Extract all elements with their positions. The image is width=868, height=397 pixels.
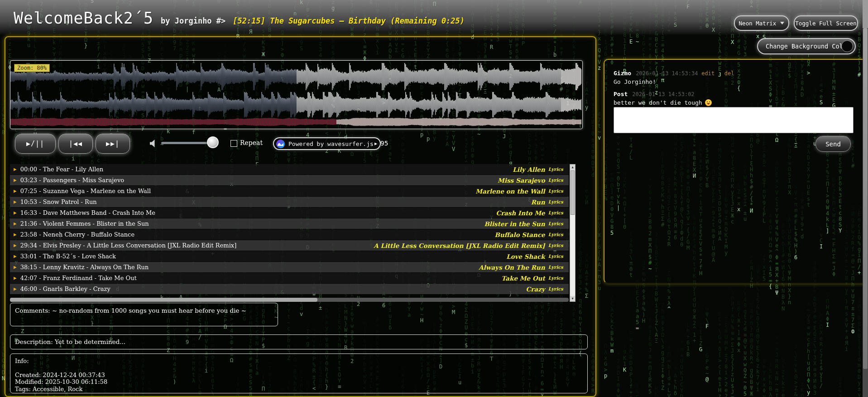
lyrics-link[interactable]: Lyrics	[548, 210, 563, 215]
description-box: Description: Yet to be determined...	[10, 334, 588, 349]
lyrics-link[interactable]: Lyrics	[548, 254, 563, 259]
play-count-value: 95	[380, 140, 388, 147]
playlist-horizontal-scrollbar[interactable]	[10, 298, 569, 302]
track-play-icon[interactable]: ▶	[14, 188, 17, 194]
playlist-row[interactable]: ▶46:00 - Gnarls Barkley - CrazyCrazyLyri…	[10, 284, 569, 294]
lyrics-link[interactable]: Lyrics	[548, 221, 563, 226]
wavesurfer-logo-icon	[276, 140, 285, 148]
next-track-button[interactable]: ▶▶|	[96, 134, 130, 154]
track-entry: 46:00 - Gnarls Barkley - Crazy	[20, 286, 110, 292]
track-play-icon[interactable]: ▶	[14, 253, 17, 259]
playlist-row[interactable]: ▶07:25 - Suzanne Vega - Marlene on the W…	[10, 186, 569, 196]
previous-track-button[interactable]: |◀◀	[58, 134, 93, 154]
track-title-link[interactable]: Love Shack	[506, 253, 545, 260]
playlist-row[interactable]: ▶42:07 - Franz Ferdinand - Take Me OutTa…	[10, 273, 569, 283]
chat-messages: Gizmo2026-01-13 14:53:34 edit . delGo Jo…	[614, 64, 860, 106]
volume-icon[interactable]	[149, 140, 158, 147]
info-heading: Info:	[15, 358, 583, 365]
track-play-icon[interactable]: ▶	[14, 286, 17, 292]
track-play-icon[interactable]: ▶	[14, 199, 17, 205]
track-title-link[interactable]: Miss Sarajevo	[498, 177, 545, 184]
track-entry: 03:23 - Passengers - Miss Sarajevo	[20, 177, 124, 184]
track-play-icon[interactable]: ▶	[14, 177, 17, 183]
lyrics-link[interactable]: Lyrics	[548, 199, 563, 204]
track-entry: 42:07 - Franz Ferdinand - Take Me Out	[20, 275, 137, 281]
track-play-icon[interactable]: ▶	[14, 232, 17, 237]
track-play-icon[interactable]: ▶	[14, 166, 17, 172]
scroll-down-arrow[interactable]: ▼	[570, 296, 575, 301]
track-title-link[interactable]: Take Me Out	[502, 275, 545, 282]
track-title-link[interactable]: Always On The Run	[479, 264, 545, 271]
repeat-label: Repeat	[240, 139, 263, 146]
track-title-link[interactable]: Run	[531, 198, 545, 206]
lyrics-link[interactable]: Lyrics	[548, 286, 563, 291]
repeat-checkbox[interactable]	[230, 140, 237, 147]
app-byline: by Jorginho #>	[161, 16, 225, 25]
page-scrollbar-thumb[interactable]	[863, 28, 868, 369]
app-title: WelcomeBack2´5	[14, 9, 153, 27]
scroll-up-arrow[interactable]: ▲	[570, 165, 575, 170]
chat-message-meta: Post2026-01-13 14:53:02	[614, 91, 860, 97]
track-title-link[interactable]: Marlene on the Wall	[475, 188, 545, 195]
lyrics-link[interactable]: Lyrics	[548, 276, 563, 281]
playlist-row[interactable]: ▶38:15 - Lenny Kravitz - Always On The R…	[10, 262, 569, 272]
track-title-link[interactable]: A Little Less Conversation [JXL Radio Ed…	[374, 242, 545, 249]
now-playing-text: [52:15] The Sugarcubes – Birthday (Remai…	[233, 16, 465, 25]
toggle-fullscreen-button[interactable]: Toggle Full Screen	[794, 15, 858, 31]
track-entry: 21:36 - Violent Femmes - Blister in the …	[20, 220, 149, 227]
lyrics-link[interactable]: Lyrics	[548, 178, 563, 183]
chat-message-meta: Gizmo2026-01-13 14:53:34 edit . del	[614, 70, 860, 77]
lyrics-link[interactable]: Lyrics	[548, 167, 563, 172]
lyrics-link[interactable]: Lyrics	[548, 265, 563, 270]
playlist-hscrollbar-thumb[interactable]	[10, 298, 317, 302]
play-count-icon: ▶	[374, 141, 377, 146]
wavesurfer-credit-label: Powered by wavesurfer.js	[288, 140, 374, 147]
info-tags: Tags: Accessible, Rock	[15, 386, 583, 393]
play-pause-button[interactable]: ▶/||	[15, 134, 56, 154]
theme-select[interactable]: Neon Matrix	[734, 15, 789, 31]
playlist-row[interactable]: ▶00:00 - The Fear - Lily AllenLily Allen…	[10, 164, 569, 174]
track-entry: 10:53 - Snow Patrol - Run	[20, 198, 97, 205]
track-entry: 00:00 - The Fear - Lily Allen	[20, 166, 104, 173]
track-play-icon[interactable]: ▶	[14, 275, 17, 281]
track-title-link[interactable]: Buffalo Stance	[494, 231, 545, 238]
playlist-row[interactable]: ▶23:58 - Neneh Cherry - Buffalo StanceBu…	[10, 229, 569, 240]
track-play-icon[interactable]: ▶	[14, 242, 17, 248]
track-play-icon[interactable]: ▶	[14, 221, 17, 227]
playlist-row[interactable]: ▶33:01 - The B-52´s - Love ShackLove Sha…	[10, 251, 569, 261]
change-background-color-button[interactable]: Change Background Color	[757, 38, 856, 54]
chat-edit-link[interactable]: edit	[701, 70, 715, 77]
lyrics-link[interactable]: Lyrics	[548, 232, 563, 237]
send-button[interactable]: Send	[815, 136, 851, 152]
track-title-link[interactable]: Lily Allen	[513, 166, 545, 173]
track-play-icon[interactable]: ▶	[14, 210, 17, 216]
track-title-link[interactable]: Crash Into Me	[496, 209, 545, 217]
playlist-row[interactable]: ▶29:34 - Elvis Presley - A Little Less C…	[10, 240, 569, 251]
playlist-row[interactable]: ▶03:23 - Passengers - Miss SarajevoMiss …	[10, 175, 569, 185]
playlist-row[interactable]: ▶16:33 - Dave Matthews Band - Crash Into…	[10, 208, 569, 218]
playlist-scrollbar-thumb[interactable]	[571, 170, 575, 215]
info-box: Info: Created: 2024-12-24 00:37:43 Modif…	[10, 353, 588, 393]
wavesurfer-credit-link[interactable]: Powered by wavesurfer.js	[273, 137, 381, 150]
track-title-link[interactable]: Blister in the Sun	[484, 220, 545, 228]
background-color-swatch[interactable]	[841, 40, 853, 52]
track-entry: 23:58 - Neneh Cherry - Buffalo Stance	[20, 231, 134, 238]
playlist-vertical-scrollbar[interactable]: ▲ ▼	[570, 164, 575, 302]
track-title-link[interactable]: Crazy	[526, 286, 545, 293]
playlist-row[interactable]: ▶21:36 - Violent Femmes - Blister in the…	[10, 218, 569, 229]
lyrics-link[interactable]: Lyrics	[548, 243, 563, 248]
info-modified: Modified: 2025-10-30 06:11:58	[15, 378, 583, 386]
lyrics-link[interactable]: Lyrics	[548, 189, 563, 194]
page-scrollbar[interactable]	[863, 0, 868, 397]
waveform[interactable]	[10, 61, 581, 128]
chat-del-link[interactable]: del	[724, 70, 734, 77]
waveform-container[interactable]: Zoom: 80%	[10, 60, 583, 129]
volume-slider-thumb[interactable]	[207, 136, 219, 148]
playlist-row[interactable]: ▶10:53 - Snow Patrol - RunRunLyrics	[10, 197, 569, 207]
chat-author: Gizmo	[614, 70, 631, 77]
zoom-level-badge: Zoom: 80%	[14, 64, 50, 72]
track-entry: 38:15 - Lenny Kravitz - Always On The Ru…	[20, 264, 149, 271]
track-play-icon[interactable]: ▶	[14, 264, 17, 270]
chat-input[interactable]	[614, 107, 854, 133]
change-background-label: Change Background Color	[766, 43, 850, 50]
